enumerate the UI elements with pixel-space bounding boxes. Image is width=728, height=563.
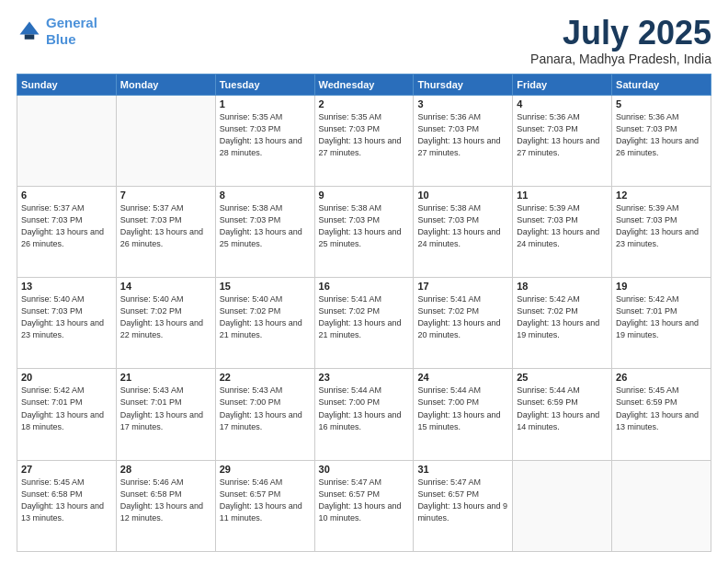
day-detail: Sunrise: 5:44 AMSunset: 7:00 PMDaylight:… <box>417 385 508 432</box>
calendar-day-cell: 25Sunrise: 5:44 AMSunset: 6:59 PMDayligh… <box>513 369 612 460</box>
calendar-week-row: 1Sunrise: 5:35 AMSunset: 7:03 PMDaylight… <box>17 95 711 186</box>
calendar-day-cell: 15Sunrise: 5:40 AMSunset: 7:02 PMDayligh… <box>215 278 314 369</box>
day-detail: Sunrise: 5:36 AMSunset: 7:03 PMDaylight:… <box>616 111 707 159</box>
calendar-day-cell: 12Sunrise: 5:39 AMSunset: 7:03 PMDayligh… <box>612 186 711 277</box>
calendar-weekday-header: Saturday <box>612 74 711 95</box>
calendar-week-row: 27Sunrise: 5:45 AMSunset: 6:58 PMDayligh… <box>17 460 711 551</box>
day-detail: Sunrise: 5:38 AMSunset: 7:03 PMDaylight:… <box>319 202 410 250</box>
calendar-day-cell: 2Sunrise: 5:35 AMSunset: 7:03 PMDaylight… <box>314 95 414 186</box>
calendar-weekday-header: Monday <box>116 74 215 95</box>
logo-icon <box>17 18 42 44</box>
calendar-day-cell: 11Sunrise: 5:39 AMSunset: 7:03 PMDayligh… <box>513 186 612 277</box>
day-number: 31 <box>417 464 508 475</box>
calendar-day-cell: 29Sunrise: 5:46 AMSunset: 6:57 PMDayligh… <box>215 460 314 551</box>
day-number: 18 <box>517 281 608 292</box>
calendar-day-cell: 13Sunrise: 5:40 AMSunset: 7:03 PMDayligh… <box>17 278 117 369</box>
day-number: 21 <box>120 372 211 383</box>
day-number: 22 <box>220 372 311 383</box>
day-number: 27 <box>21 464 112 475</box>
logo: General Blue <box>17 15 97 48</box>
day-detail: Sunrise: 5:36 AMSunset: 7:03 PMDaylight:… <box>417 111 508 159</box>
day-number: 14 <box>120 281 211 292</box>
logo-line1: General <box>46 15 97 30</box>
day-detail: Sunrise: 5:35 AMSunset: 7:03 PMDaylight:… <box>319 111 410 159</box>
calendar-week-row: 6Sunrise: 5:37 AMSunset: 7:03 PMDaylight… <box>17 186 711 277</box>
calendar-weekday-header: Tuesday <box>215 74 314 95</box>
day-detail: Sunrise: 5:35 AMSunset: 7:03 PMDaylight:… <box>220 111 311 159</box>
calendar-day-cell: 28Sunrise: 5:46 AMSunset: 6:58 PMDayligh… <box>116 460 215 551</box>
calendar-day-cell: 20Sunrise: 5:42 AMSunset: 7:01 PMDayligh… <box>17 369 117 460</box>
day-detail: Sunrise: 5:45 AMSunset: 6:58 PMDaylight:… <box>21 477 112 524</box>
calendar-week-row: 13Sunrise: 5:40 AMSunset: 7:03 PMDayligh… <box>17 278 711 369</box>
day-detail: Sunrise: 5:43 AMSunset: 7:01 PMDaylight:… <box>120 385 211 432</box>
day-number: 4 <box>517 98 608 109</box>
calendar-day-cell: 17Sunrise: 5:41 AMSunset: 7:02 PMDayligh… <box>414 278 513 369</box>
calendar-day-cell: 16Sunrise: 5:41 AMSunset: 7:02 PMDayligh… <box>314 278 414 369</box>
calendar-day-cell: 14Sunrise: 5:40 AMSunset: 7:02 PMDayligh… <box>116 278 215 369</box>
day-detail: Sunrise: 5:38 AMSunset: 7:03 PMDaylight:… <box>220 202 311 250</box>
day-detail: Sunrise: 5:44 AMSunset: 7:00 PMDaylight:… <box>319 385 410 432</box>
day-detail: Sunrise: 5:42 AMSunset: 7:01 PMDaylight:… <box>616 293 707 341</box>
day-number: 25 <box>517 372 608 383</box>
calendar-header-row: SundayMondayTuesdayWednesdayThursdayFrid… <box>17 74 711 95</box>
calendar-day-cell: 21Sunrise: 5:43 AMSunset: 7:01 PMDayligh… <box>116 369 215 460</box>
day-detail: Sunrise: 5:40 AMSunset: 7:02 PMDaylight:… <box>220 293 311 341</box>
day-number: 30 <box>319 464 410 475</box>
page: General Blue July 2025 Panara, Madhya Pr… <box>0 0 728 563</box>
calendar-weekday-header: Sunday <box>17 74 117 95</box>
day-detail: Sunrise: 5:40 AMSunset: 7:02 PMDaylight:… <box>120 293 211 341</box>
day-number: 16 <box>319 281 410 292</box>
calendar-day-cell: 3Sunrise: 5:36 AMSunset: 7:03 PMDaylight… <box>414 95 513 186</box>
calendar-day-cell: 23Sunrise: 5:44 AMSunset: 7:00 PMDayligh… <box>314 369 414 460</box>
calendar-day-cell: 22Sunrise: 5:43 AMSunset: 7:00 PMDayligh… <box>215 369 314 460</box>
day-number: 3 <box>417 98 508 109</box>
day-number: 23 <box>319 372 410 383</box>
day-number: 20 <box>21 372 112 383</box>
day-detail: Sunrise: 5:42 AMSunset: 7:01 PMDaylight:… <box>21 385 112 432</box>
calendar-day-cell: 31Sunrise: 5:47 AMSunset: 6:57 PMDayligh… <box>414 460 513 551</box>
logo-line2: Blue <box>46 31 76 47</box>
calendar-day-cell: 6Sunrise: 5:37 AMSunset: 7:03 PMDaylight… <box>17 186 117 277</box>
day-number: 15 <box>220 281 311 292</box>
day-detail: Sunrise: 5:46 AMSunset: 6:58 PMDaylight:… <box>120 477 211 524</box>
day-number: 19 <box>616 281 707 292</box>
svg-marker-0 <box>20 22 40 35</box>
day-number: 13 <box>21 281 112 292</box>
day-detail: Sunrise: 5:37 AMSunset: 7:03 PMDaylight:… <box>120 202 211 250</box>
calendar-day-cell: 18Sunrise: 5:42 AMSunset: 7:02 PMDayligh… <box>513 278 612 369</box>
calendar-day-cell: 9Sunrise: 5:38 AMSunset: 7:03 PMDaylight… <box>314 186 414 277</box>
title-block: July 2025 Panara, Madhya Pradesh, India <box>530 15 711 66</box>
day-detail: Sunrise: 5:39 AMSunset: 7:03 PMDaylight:… <box>616 202 707 250</box>
day-detail: Sunrise: 5:37 AMSunset: 7:03 PMDaylight:… <box>21 202 112 250</box>
day-number: 11 <box>517 190 608 201</box>
day-detail: Sunrise: 5:44 AMSunset: 6:59 PMDaylight:… <box>517 385 608 432</box>
header: General Blue July 2025 Panara, Madhya Pr… <box>17 15 711 66</box>
day-number: 9 <box>319 190 410 201</box>
calendar-day-cell: 10Sunrise: 5:38 AMSunset: 7:03 PMDayligh… <box>414 186 513 277</box>
day-number: 5 <box>616 98 707 109</box>
day-detail: Sunrise: 5:40 AMSunset: 7:03 PMDaylight:… <box>21 293 112 341</box>
calendar-day-cell <box>17 95 117 186</box>
day-detail: Sunrise: 5:47 AMSunset: 6:57 PMDaylight:… <box>319 477 410 524</box>
calendar-day-cell <box>513 460 612 551</box>
calendar-week-row: 20Sunrise: 5:42 AMSunset: 7:01 PMDayligh… <box>17 369 711 460</box>
day-detail: Sunrise: 5:41 AMSunset: 7:02 PMDaylight:… <box>417 293 508 341</box>
day-number: 26 <box>616 372 707 383</box>
calendar-day-cell: 1Sunrise: 5:35 AMSunset: 7:03 PMDaylight… <box>215 95 314 186</box>
svg-rect-1 <box>25 35 35 40</box>
calendar-day-cell: 26Sunrise: 5:45 AMSunset: 6:59 PMDayligh… <box>612 369 711 460</box>
day-detail: Sunrise: 5:42 AMSunset: 7:02 PMDaylight:… <box>517 293 608 341</box>
day-detail: Sunrise: 5:39 AMSunset: 7:03 PMDaylight:… <box>517 202 608 250</box>
day-number: 24 <box>417 372 508 383</box>
day-number: 10 <box>417 190 508 201</box>
calendar-day-cell: 8Sunrise: 5:38 AMSunset: 7:03 PMDaylight… <box>215 186 314 277</box>
calendar-table: SundayMondayTuesdayWednesdayThursdayFrid… <box>17 74 711 552</box>
calendar-day-cell <box>116 95 215 186</box>
location: Panara, Madhya Pradesh, India <box>530 52 711 66</box>
calendar-day-cell: 27Sunrise: 5:45 AMSunset: 6:58 PMDayligh… <box>17 460 117 551</box>
calendar-day-cell: 7Sunrise: 5:37 AMSunset: 7:03 PMDaylight… <box>116 186 215 277</box>
day-detail: Sunrise: 5:41 AMSunset: 7:02 PMDaylight:… <box>319 293 410 341</box>
day-detail: Sunrise: 5:38 AMSunset: 7:03 PMDaylight:… <box>417 202 508 250</box>
day-number: 12 <box>616 190 707 201</box>
calendar-day-cell: 30Sunrise: 5:47 AMSunset: 6:57 PMDayligh… <box>314 460 414 551</box>
